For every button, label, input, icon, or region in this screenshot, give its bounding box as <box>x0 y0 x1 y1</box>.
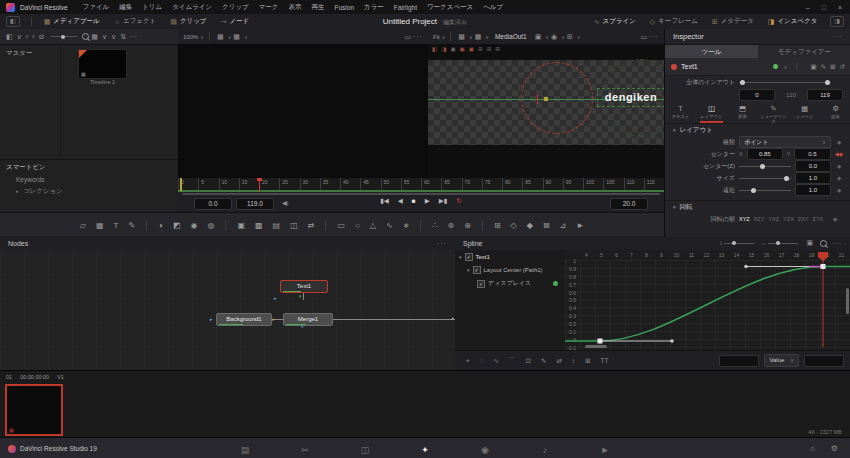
viewer-tool-icon[interactable]: ⊞ <box>478 46 483 52</box>
pick-icon[interactable]: ✎ <box>821 63 826 71</box>
page-fairlight[interactable]: ♪ <box>515 436 575 458</box>
effects-toggle[interactable]: ☆エフェクト <box>114 17 157 26</box>
inspector-menu[interactable]: ··· <box>833 33 843 40</box>
horizontal-zoom-slider[interactable] <box>768 243 798 244</box>
fit-spline-icon[interactable]: ▣ <box>806 239 813 247</box>
viewer-tool-icon[interactable]: ◨ <box>441 46 446 52</box>
global-inout-slider[interactable] <box>739 82 831 83</box>
view-option-icon[interactable]: ▦ <box>475 33 482 41</box>
menu-item[interactable]: ワークスペース <box>427 3 473 12</box>
page-cut[interactable]: ✂ <box>275 436 335 458</box>
spline-graph[interactable]: 456789101112131415161718192021 10.90.80.… <box>565 250 850 350</box>
fusion-tool-icon[interactable]: ○ <box>355 221 360 230</box>
play-reverse-button[interactable]: ◀ <box>398 197 403 205</box>
fusion-tool-icon[interactable]: ► <box>576 221 584 230</box>
spline-tool-icon[interactable]: ◌ <box>480 357 484 364</box>
fusion-tool-icon[interactable]: ⊿ <box>560 221 567 230</box>
metadata-toggle[interactable]: ⊞メタデータ <box>712 17 754 26</box>
keyframe-diamond-icon[interactable]: ◆ <box>835 175 843 181</box>
layout-section-header[interactable]: ▾レイアウト <box>665 124 850 136</box>
tab-image[interactable]: ▦ イメージ <box>789 103 820 123</box>
fusion-tool-icon[interactable]: ◩ <box>173 221 181 230</box>
skip-end-button[interactable]: ▶▮ <box>439 197 448 205</box>
reset-icon[interactable]: ↺ <box>840 63 845 71</box>
nodes-toggle[interactable]: ⊸ノード <box>221 17 250 26</box>
toolbar-icon[interactable]: ▦ <box>91 33 98 41</box>
menu-item[interactable]: マーク <box>259 3 279 12</box>
range-in-marker[interactable] <box>180 178 182 191</box>
search-icon[interactable] <box>82 33 89 40</box>
spline-tool-icon[interactable]: ✎ <box>541 357 546 365</box>
loop-button[interactable]: ↻ <box>456 197 461 205</box>
center-crosshair-icon[interactable] <box>537 95 538 104</box>
menu-item[interactable]: カラー <box>364 3 384 12</box>
spline-vscrollbar[interactable] <box>846 288 849 314</box>
path-selection-circle[interactable] <box>521 62 593 134</box>
fusion-tool-icon[interactable]: ⇄ <box>308 221 315 230</box>
perspective-slider[interactable] <box>739 190 791 191</box>
page-fusion[interactable]: ✦ <box>395 436 455 458</box>
fusion-tool-icon[interactable]: T <box>113 221 118 230</box>
media-pool-toggle[interactable]: ▦メディアプール <box>44 17 100 26</box>
spline-tool-icon[interactable]: ↕ <box>572 357 575 364</box>
zoom-spline-icon[interactable] <box>820 240 827 247</box>
project-manager-icon[interactable]: ⌂ <box>810 444 815 453</box>
rotation-order-option[interactable]: XZY <box>754 216 765 222</box>
timeline-scrollbar[interactable] <box>182 193 660 195</box>
menu-item[interactable]: ファイル <box>83 3 110 12</box>
tab-layout[interactable]: ◫ レイアウト <box>696 103 727 123</box>
menu-item[interactable]: トリム <box>142 3 162 12</box>
node-text1[interactable]: Text1 <box>280 280 328 293</box>
playhead-head[interactable] <box>257 178 262 181</box>
menu-item[interactable]: 再生 <box>312 3 325 12</box>
fusion-tool-icon[interactable]: ▤ <box>273 221 281 230</box>
skip-start-button[interactable]: ▮◀ <box>380 197 389 205</box>
merge-foreground-input[interactable]: ▾ <box>299 294 302 299</box>
left-viewer-canvas[interactable] <box>178 44 428 178</box>
inspector-tab-tools[interactable]: ツール <box>665 45 758 58</box>
fusion-tool-icon[interactable]: ◉ <box>190 221 197 230</box>
keyframe-end[interactable] <box>821 264 826 269</box>
stop-button[interactable]: ■ <box>412 197 416 205</box>
menu-item[interactable]: Fusion <box>335 4 355 11</box>
rotation-order-option[interactable]: ZYX <box>813 216 824 222</box>
tab-transform[interactable]: ⬒ 変形 <box>727 103 758 123</box>
rotation-order-option[interactable]: ZXY <box>798 216 809 222</box>
spline-tool-icon[interactable]: ⌖ <box>466 357 470 365</box>
spline-playhead-head[interactable] <box>818 252 828 261</box>
rotation-order-option[interactable]: XYZ <box>739 216 750 222</box>
panel-expand-toggle[interactable]: ◧ <box>6 16 20 27</box>
spline-tool-icon[interactable]: ⇄ <box>556 357 561 365</box>
play-button[interactable]: ▶ <box>425 197 430 205</box>
center-z-slider[interactable] <box>739 166 791 167</box>
value-mode-dropdown[interactable]: Value∨ <box>764 354 799 367</box>
menu-item[interactable]: ヘルプ <box>483 3 503 12</box>
inout-start-field[interactable]: 0 <box>739 89 775 101</box>
rotation-order-option[interactable]: YXZ <box>768 216 779 222</box>
toolbar-icon[interactable]: ··· <box>130 33 137 40</box>
merge-background-input[interactable]: ▸ <box>272 317 275 322</box>
fusion-tool-icon[interactable]: ▱ <box>80 221 86 230</box>
time-field[interactable] <box>719 355 759 367</box>
fusion-tool-icon[interactable] <box>225 220 226 231</box>
inspector-tab-modifiers[interactable]: モディファイアー <box>758 45 850 58</box>
spline-tree-item-text1[interactable]: ▾✓Text1 <box>455 250 565 263</box>
menu-item[interactable]: タイムライン <box>172 3 212 12</box>
fusion-tool-icon[interactable] <box>325 220 326 231</box>
text-input-arrow[interactable]: ▸ <box>274 296 277 301</box>
fusion-tool-icon[interactable]: ⊕ <box>464 221 471 230</box>
keyframe-diamond-icon[interactable]: ◆ <box>831 216 839 222</box>
settings-gear-icon[interactable]: ⚙ <box>831 444 838 453</box>
close-button[interactable]: × <box>838 4 842 11</box>
nodes-panel-menu[interactable]: ··· <box>437 240 447 247</box>
view-option-icon[interactable]: ▦ <box>217 33 224 41</box>
spline-hscrollbar[interactable] <box>585 345 607 348</box>
maximize-button[interactable]: □ <box>822 4 826 11</box>
view-option-icon[interactable]: ▦ <box>233 33 240 41</box>
node-merge1[interactable]: Merge1 <box>283 313 333 326</box>
wire-end-dot[interactable]: ▪ <box>452 316 454 321</box>
viewer-menu[interactable]: ··· <box>413 33 423 40</box>
current-clip-thumbnail[interactable]: ▦ <box>5 384 63 436</box>
node-background1[interactable]: Background1 <box>216 313 272 326</box>
fusion-tool-icon[interactable]: ∿ <box>386 221 393 230</box>
